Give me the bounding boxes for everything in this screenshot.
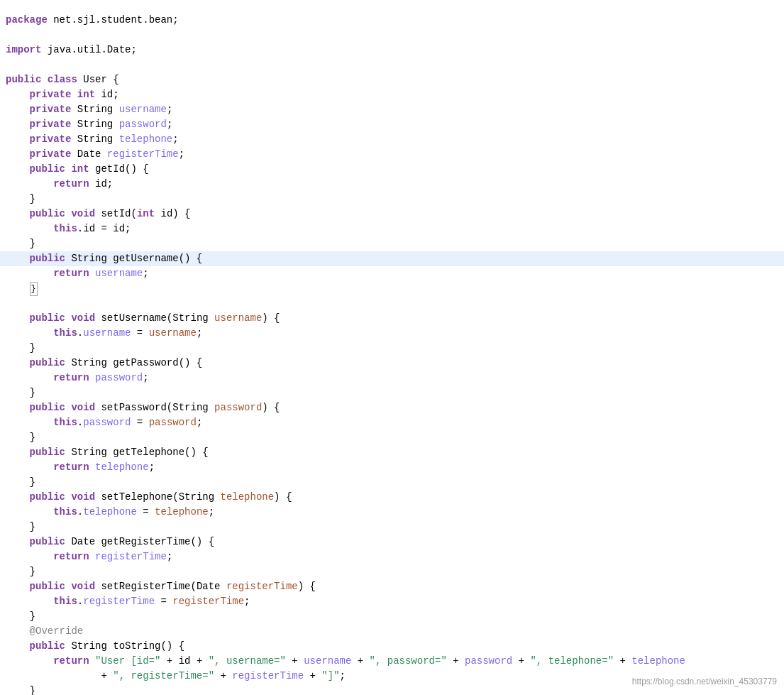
code-container: package net.sjl.student.bean; import jav… <box>0 7 784 695</box>
code-line-29: } <box>0 430 784 445</box>
code-line-25: return password; <box>0 371 784 385</box>
code-line-38: } <box>0 564 784 579</box>
code-line-15: this.id = id; <box>0 221 784 236</box>
code-line-44: return "User [id=" + id + ", username=" … <box>0 654 784 669</box>
code-line-5: public class User { <box>0 72 784 87</box>
code-line-17: public String getUsername() { <box>0 251 784 266</box>
code-line-37: return registerTime; <box>0 549 784 564</box>
code-line-2 <box>0 28 784 43</box>
code-line-30: public String getTelephone() { <box>0 445 784 460</box>
code-line-42: @Override <box>0 624 784 639</box>
code-line-26: } <box>0 385 784 400</box>
code-line-11: public int getId() { <box>0 162 784 177</box>
code-line-4 <box>0 58 784 72</box>
code-line-8: private String password; <box>0 117 784 132</box>
code-line-7: private String username; <box>0 102 784 117</box>
code-line-34: this.telephone = telephone; <box>0 505 784 520</box>
code-line-31: return telephone; <box>0 460 784 475</box>
code-line-6: private int id; <box>0 87 784 102</box>
code-line-32: } <box>0 475 784 490</box>
code-line-22: this.username = username; <box>0 326 784 341</box>
code-line-16: } <box>0 236 784 251</box>
watermark-text: https://blog.csdn.net/weixin_45303779 <box>632 675 777 688</box>
code-line-35: } <box>0 520 784 535</box>
code-line-20 <box>0 296 784 311</box>
code-line-3: import java.util.Date; <box>0 43 784 58</box>
code-line-12: return id; <box>0 177 784 192</box>
code-line-27: public void setPassword(String password)… <box>0 400 784 415</box>
code-line-33: public void setTelephone(String telephon… <box>0 490 784 505</box>
code-line-28: this.password = password; <box>0 415 784 430</box>
code-line-9: private String telephone; <box>0 132 784 147</box>
code-line-21: public void setUsername(String username)… <box>0 311 784 326</box>
code-line-23: } <box>0 341 784 356</box>
code-line-43: public String toString() { <box>0 639 784 654</box>
code-line-41: } <box>0 609 784 624</box>
code-line-24: public String getPassword() { <box>0 356 784 371</box>
code-line-18: return username; <box>0 266 784 281</box>
code-line-36: public Date getRegisterTime() { <box>0 535 784 549</box>
code-line-39: public void setRegisterTime(Date registe… <box>0 579 784 594</box>
code-line-10: private Date registerTime; <box>0 147 784 162</box>
code-line-1: package net.sjl.student.bean; <box>0 13 784 28</box>
code-line-14: public void setId(int id) { <box>0 207 784 221</box>
code-line-40: this.registerTime = registerTime; <box>0 594 784 609</box>
code-line-13: } <box>0 192 784 207</box>
code-line-19: } <box>0 281 784 296</box>
